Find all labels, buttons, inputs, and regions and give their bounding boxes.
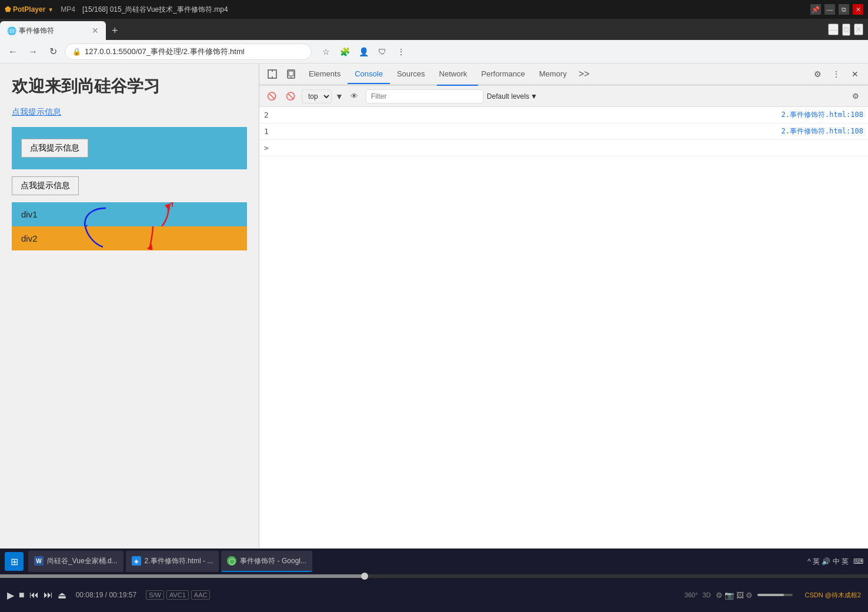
div1[interactable]: div1 bbox=[12, 202, 247, 226]
console-filter-input[interactable] bbox=[366, 89, 483, 103]
forward-button[interactable]: → bbox=[25, 44, 41, 60]
active-tab[interactable]: 🌐 事件修饰符 ✕ bbox=[0, 21, 106, 40]
browser-chrome: 🌐 事件修饰符 ✕ + — ⧉ ✕ bbox=[0, 19, 868, 40]
new-tab-icon: + bbox=[112, 25, 118, 37]
device-toolbar-button[interactable] bbox=[283, 66, 299, 82]
red-arrowhead bbox=[165, 203, 171, 211]
tab-title: 事件修饰符 bbox=[19, 26, 54, 36]
address-bar-row: ← → ↻ 🔒 127.0.0.1:5500/07_事件处理/2.事件修饰符.h… bbox=[0, 40, 868, 63]
file-type-badge: MP4 bbox=[61, 5, 75, 14]
extension-btn[interactable]: 🛡 bbox=[374, 44, 390, 60]
inspect-icon bbox=[267, 69, 278, 79]
devtools-top-right: ⚙ ⋮ ✕ bbox=[809, 66, 863, 82]
back-button[interactable]: ← bbox=[5, 44, 21, 60]
red-arrow-plus-h bbox=[171, 202, 175, 203]
tab-favicon: 🌐 bbox=[7, 26, 15, 35]
bookmark-button[interactable]: ☆ bbox=[318, 44, 334, 60]
console-source-2[interactable]: 2.事件修饰符.html:108 bbox=[782, 126, 863, 136]
taskbar-item-chrome-label: 事件修饰符 - Googl... bbox=[240, 556, 306, 566]
stop-button[interactable]: ■ bbox=[19, 590, 25, 600]
devtools-settings-button[interactable]: ⚙ bbox=[809, 66, 826, 82]
taskbar-time: ^ 英 🔊 中 英 bbox=[807, 557, 849, 567]
address-bar[interactable]: 🔒 127.0.0.1:5500/07_事件处理/2.事件修饰符.html bbox=[65, 44, 312, 60]
context-selector[interactable]: top bbox=[302, 89, 332, 103]
tab-sources[interactable]: Sources bbox=[390, 65, 432, 84]
chrome-icon: ◯ bbox=[227, 556, 236, 566]
tab-performance[interactable]: Performance bbox=[474, 65, 532, 84]
start-button[interactable]: ⊞ bbox=[5, 552, 24, 571]
device-icon bbox=[286, 69, 296, 79]
main-area: 欢迎来到尚硅谷学习 点我提示信息 点我提示信息 点我提示信息 div1 bbox=[0, 63, 868, 549]
close-browser-button[interactable]: ✕ bbox=[854, 24, 863, 35]
play-button[interactable]: ▶ bbox=[7, 590, 14, 601]
word-icon: W bbox=[34, 556, 44, 566]
div2[interactable]: div2 bbox=[12, 226, 247, 250]
console-filter-icon-button[interactable]: 🚫 bbox=[283, 89, 298, 104]
minimize-button[interactable]: — bbox=[824, 4, 835, 15]
tag-audio: AAC bbox=[191, 590, 211, 600]
taskbar-item-chrome[interactable]: ◯ 事件修饰符 - Googl... bbox=[221, 551, 312, 572]
next-button[interactable]: ⏭ bbox=[44, 590, 53, 600]
console-expand-arrow[interactable]: > bbox=[264, 143, 269, 152]
player-right: 360° 3D ⚙ 📷 🖼 ⚙ CSDN @待木成框2 bbox=[685, 591, 861, 600]
div2-label: div2 bbox=[21, 233, 38, 243]
prev-button[interactable]: ⏮ bbox=[29, 590, 39, 600]
profile-button[interactable]: 👤 bbox=[355, 44, 372, 60]
devtools-more-button[interactable]: ⋮ bbox=[828, 66, 844, 82]
eye-icon-button[interactable]: 👁 bbox=[347, 89, 362, 104]
devtools-panel: Elements Console Sources Network Perform… bbox=[259, 63, 868, 549]
eject-button[interactable]: ⏏ bbox=[58, 590, 66, 601]
close-button[interactable]: ✕ bbox=[853, 4, 863, 15]
player-controls: ▶ ■ ⏮ ⏭ ⏏ 00:08:19 / 00:19:57 S/W AVC1 A… bbox=[0, 574, 868, 612]
standalone-button[interactable]: 点我提示信息 bbox=[12, 176, 79, 195]
restore-button[interactable]: ⧉ bbox=[839, 4, 849, 15]
tab-close-button[interactable]: ✕ bbox=[92, 26, 99, 35]
tab-network[interactable]: Network bbox=[432, 65, 475, 84]
console-settings-button[interactable]: ⚙ bbox=[848, 89, 863, 104]
vscode-icon: ◈ bbox=[132, 556, 141, 566]
3d-display: 3D bbox=[703, 591, 711, 598]
console-levels-dropdown[interactable]: Default levels ▼ bbox=[487, 92, 538, 101]
svg-rect-4 bbox=[289, 71, 293, 76]
dropdown-icon: ▼ bbox=[335, 92, 343, 101]
potplayer-logo[interactable]: ⬟ PotPlayer ▼ bbox=[5, 5, 54, 14]
player-tags: S/W AVC1 AAC bbox=[146, 590, 210, 600]
active-tab-indicator bbox=[437, 85, 478, 86]
title-bar-filename: [15/168] 015_尚硅谷Vue技术_事件修饰符.mp4 bbox=[82, 5, 228, 15]
tab-console[interactable]: Console bbox=[348, 65, 390, 84]
menu-button[interactable]: ⋮ bbox=[393, 44, 409, 60]
button-in-blue-box[interactable]: 点我提示信息 bbox=[21, 139, 88, 158]
inspect-element-button[interactable] bbox=[264, 66, 281, 82]
devtools-toolbar: Elements Console Sources Network Perform… bbox=[259, 63, 868, 85]
player-buttons: ▶ ■ ⏮ ⏭ ⏏ 00:08:19 / 00:19:57 S/W AVC1 A… bbox=[0, 578, 868, 612]
console-line-num-2: 1 bbox=[264, 127, 276, 136]
taskbar-item-vscode[interactable]: ◈ 2.事件修饰符.html - ... bbox=[126, 551, 219, 572]
console-toolbar: 🚫 🚫 top ▼ 👁 Default levels ▼ ⚙ bbox=[259, 86, 868, 107]
new-tab-button[interactable]: + bbox=[107, 21, 123, 40]
devtools-tabs: Elements Console Sources Network Perform… bbox=[302, 64, 594, 84]
reload-button[interactable]: ↻ bbox=[45, 44, 61, 60]
taskbar-item-word[interactable]: W 尚硅谷_Vue全家桶.d... bbox=[28, 551, 123, 572]
volume-bar[interactable] bbox=[757, 594, 793, 596]
taskbar-item-vscode-label: 2.事件修饰符.html - ... bbox=[145, 556, 213, 566]
potplayer-name: PotPlayer bbox=[13, 5, 45, 14]
more-tabs-button[interactable]: >> bbox=[574, 64, 595, 84]
title-bar-left: ⬟ PotPlayer ▼ MP4 [15/168] 015_尚硅谷Vue技术_… bbox=[5, 5, 228, 15]
angle-display: 360° bbox=[685, 591, 698, 598]
taskbar-keyboard: ⌨ bbox=[853, 557, 863, 566]
progress-bar[interactable] bbox=[0, 574, 868, 578]
pin-button[interactable]: 📌 bbox=[810, 4, 821, 15]
tag-sw: S/W bbox=[146, 590, 164, 600]
page-link[interactable]: 点我提示信息 bbox=[12, 107, 247, 118]
minimize-browser-button[interactable]: — bbox=[828, 24, 839, 35]
clear-console-button[interactable]: 🚫 bbox=[264, 89, 279, 104]
console-source-1[interactable]: 2.事件修饰符.html:108 bbox=[782, 110, 863, 120]
tab-memory[interactable]: Memory bbox=[532, 65, 574, 84]
devtools-close-button[interactable]: ✕ bbox=[847, 66, 863, 82]
levels-arrow: ▼ bbox=[530, 92, 538, 101]
extensions-button[interactable]: 🧩 bbox=[336, 44, 353, 60]
title-bar: ⬟ PotPlayer ▼ MP4 [15/168] 015_尚硅谷Vue技术_… bbox=[0, 0, 868, 19]
tab-elements[interactable]: Elements bbox=[302, 65, 348, 84]
restore-browser-button[interactable]: ⧉ bbox=[842, 24, 850, 36]
progress-thumb bbox=[361, 573, 368, 580]
